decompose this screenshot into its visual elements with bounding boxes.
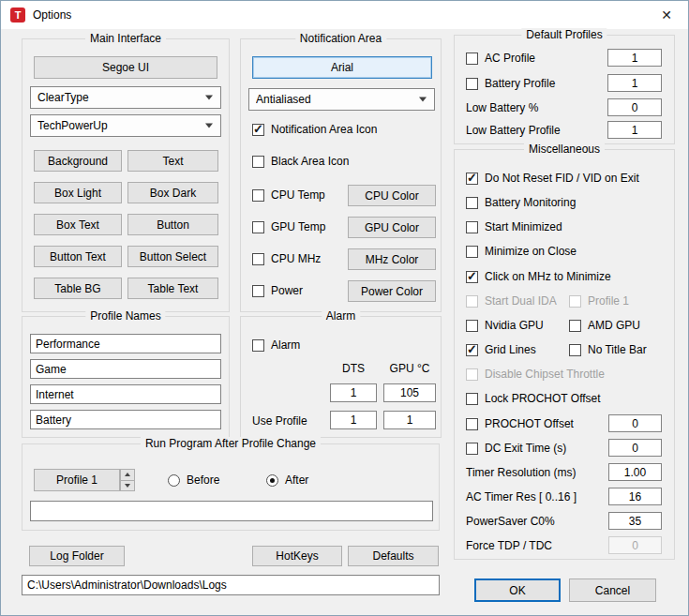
checkbox-icon [466, 246, 478, 258]
app-icon: T [10, 8, 25, 23]
color-button-table-bg[interactable]: Table BG [34, 278, 122, 299]
profile-name-input-4[interactable] [30, 410, 221, 429]
powersaver-c0-input[interactable] [608, 512, 662, 530]
ac-timer-res-input[interactable] [608, 488, 662, 505]
timer-resolution-label: Timer Resolution (ms) [466, 466, 577, 479]
checkbox-prochot-offset[interactable]: PROCHOT Offset [466, 416, 574, 431]
checkbox-label: Nvidia GPU [485, 319, 544, 332]
font-smoothing-select[interactable]: ClearType [30, 86, 221, 109]
spinner-down-button[interactable] [120, 481, 135, 492]
log-path-input[interactable] [22, 575, 440, 595]
checkbox-icon [569, 320, 581, 332]
checkbox-icon [569, 344, 581, 356]
checkbox-label: Battery Profile [485, 77, 555, 90]
use-profile-gpu-input[interactable] [383, 411, 436, 429]
group-title-run-program: Run Program After Profile Change [141, 437, 321, 450]
profile-name-input-2[interactable] [30, 359, 221, 379]
checkbox-battery-monitoring[interactable]: Battery Monitoring [466, 195, 576, 210]
checkbox-gpu-temp[interactable]: GPU Temp [252, 219, 325, 234]
checkbox-start-dual-ida[interactable]: Start Dual IDA [466, 293, 557, 308]
checkbox-battery-profile[interactable]: Battery Profile [466, 76, 555, 91]
checkbox-lock-prochot-offset[interactable]: Lock PROCHOT Offset [466, 391, 601, 406]
group-notification-area: Notification Area Arial Antialiased Noti… [240, 38, 442, 312]
low-battery-pct-input[interactable] [607, 98, 662, 116]
low-battery-pct-label: Low Battery % [466, 101, 538, 114]
color-button-text[interactable]: Text [127, 150, 218, 172]
checkbox-nvidia-gpu[interactable]: Nvidia GPU [466, 318, 544, 333]
power-color-button[interactable]: Power Color [348, 280, 436, 302]
checkbox-label: PROCHOT Offset [485, 417, 574, 430]
gpu-color-button[interactable]: GPU Color [348, 217, 436, 238]
color-button-background[interactable]: Background [34, 150, 122, 172]
color-button-table-text[interactable]: Table Text [127, 278, 218, 299]
checkbox-icon [466, 295, 478, 308]
interface-font-button[interactable]: Segoe UI [34, 56, 217, 79]
profile-name-input-1[interactable] [30, 334, 221, 353]
notification-font-button[interactable]: Arial [252, 56, 432, 79]
close-button[interactable]: ✕ [645, 1, 688, 29]
checkbox-label: Disable Chipset Throttle [485, 368, 605, 381]
checkbox-label: Power [271, 284, 303, 297]
defaults-button[interactable]: Defaults [348, 546, 439, 566]
gpu-header-label: GPU °C [383, 362, 436, 375]
alarm-gpu-input[interactable] [383, 383, 436, 402]
color-button-box-dark[interactable]: Box Dark [127, 182, 218, 203]
checkbox-notification-area-icon[interactable]: Notification Area Icon [252, 122, 377, 137]
checkbox-dc-exit-time[interactable]: DC Exit Time (s) [466, 441, 566, 456]
timer-resolution-input[interactable] [608, 463, 662, 481]
spinner-up-button[interactable] [120, 469, 135, 481]
low-battery-profile-input[interactable] [607, 121, 662, 139]
use-profile-dts-input[interactable] [330, 411, 377, 429]
checkbox-grid-lines[interactable]: Grid Lines [466, 342, 536, 357]
checkbox-click-mhz-minimize[interactable]: Click on MHz to Minimize [466, 269, 611, 284]
app-icon-letter: T [15, 9, 22, 21]
log-folder-button[interactable]: Log Folder [29, 546, 125, 566]
color-button-box-text[interactable]: Box Text [34, 214, 122, 235]
run-profile-button[interactable]: Profile 1 [34, 469, 120, 491]
color-button-button[interactable]: Button [127, 214, 218, 235]
checkbox-amd-gpu[interactable]: AMD GPU [569, 318, 640, 333]
radio-icon [168, 474, 180, 487]
color-button-button-select[interactable]: Button Select [127, 246, 218, 267]
checkbox-do-not-reset-fid-vid[interactable]: Do Not Reset FID / VID on Exit [466, 171, 639, 186]
checkbox-disable-chipset-throttle[interactable]: Disable Chipset Throttle [466, 367, 605, 382]
ok-button[interactable]: OK [474, 578, 561, 602]
checkbox-profile-1[interactable]: Profile 1 [569, 293, 629, 308]
antialiased-select[interactable]: Antialiased [248, 88, 435, 111]
mhz-color-button[interactable]: MHz Color [348, 248, 436, 270]
checkbox-black-area-icon[interactable]: Black Area Icon [252, 154, 349, 169]
checkbox-alarm[interactable]: Alarm [252, 338, 300, 353]
profile-name-input-3[interactable] [30, 384, 221, 404]
checkbox-icon [252, 221, 264, 233]
checkbox-ac-profile[interactable]: AC Profile [466, 51, 535, 66]
checkbox-start-minimized[interactable]: Start Minimized [466, 219, 562, 234]
alarm-dts-input[interactable] [330, 383, 377, 402]
cpu-color-button[interactable]: CPU Color [348, 185, 436, 206]
theme-select[interactable]: TechPowerUp [30, 114, 221, 137]
prochot-offset-input[interactable] [608, 414, 662, 432]
before-radio[interactable]: Before [168, 473, 219, 488]
radio-icon [266, 474, 278, 487]
hotkeys-button[interactable]: HotKeys [252, 546, 342, 566]
dc-exit-time-input[interactable] [608, 439, 662, 457]
battery-profile-input[interactable] [607, 74, 662, 92]
checkbox-icon [466, 418, 478, 430]
chevron-down-icon [125, 484, 130, 488]
checkbox-cpu-mhz[interactable]: CPU MHz [252, 251, 321, 266]
checkbox-minimize-on-close[interactable]: Minimize on Close [466, 244, 577, 259]
checkbox-label: DC Exit Time (s) [485, 442, 566, 455]
checkbox-power[interactable]: Power [252, 283, 303, 298]
color-button-button-text[interactable]: Button Text [34, 246, 122, 267]
checkbox-label: Notification Area Icon [271, 123, 377, 136]
color-button-box-light[interactable]: Box Light [34, 182, 122, 203]
checkbox-cpu-temp[interactable]: CPU Temp [252, 188, 325, 203]
antialiased-select-value: Antialiased [256, 93, 311, 106]
group-title-main-interface: Main Interface [85, 32, 166, 45]
checkbox-label: No Title Bar [588, 343, 647, 356]
run-command-input[interactable] [30, 501, 433, 521]
cancel-button[interactable]: Cancel [569, 578, 656, 602]
ac-profile-input[interactable] [607, 49, 662, 67]
checkbox-no-title-bar[interactable]: No Title Bar [569, 342, 647, 357]
after-radio[interactable]: After [266, 473, 308, 488]
checkbox-label: AC Profile [485, 52, 535, 65]
